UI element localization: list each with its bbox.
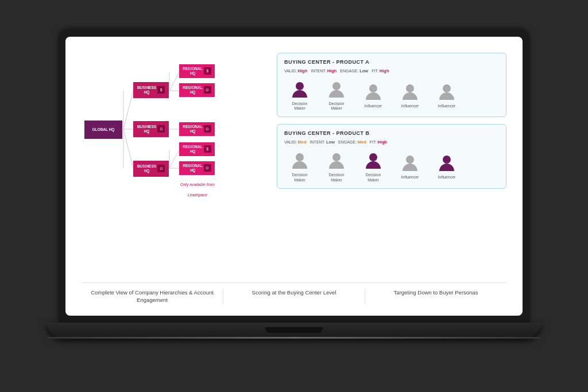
laptop-lid: GLOBAL HQ BUSINESSHQ $ BUSINESSHQ ⊙ (59, 30, 529, 323)
persona-4-icon (400, 81, 420, 102)
bc-a-fit-badge: FIT: High (372, 68, 389, 73)
svg-point-14 (406, 84, 414, 92)
regional-1-node: REGIONALHQ $ (179, 64, 215, 78)
bc-b-persona-4: Influencer (394, 153, 425, 180)
bc-b-persona-5-icon (436, 153, 457, 173)
reg3-target-icon: ⊙ (204, 125, 211, 133)
buying-center-a-panel: BUYING CENTER - PRODUCT A VALID: High IN… (277, 53, 506, 118)
screen-content: GLOBAL HQ BUSINESSHQ $ BUSINESSHQ ⊙ (65, 37, 523, 316)
caption-1: Complete View of Company Hierarchies & A… (82, 289, 223, 304)
bc-a-intent-badge: INTENT: High (311, 68, 336, 73)
hierarchy-diagram: GLOBAL HQ BUSINESSHQ $ BUSINESSHQ ⊙ (84, 56, 262, 203)
regional-4-node: REGIONALHQ $ (179, 142, 215, 156)
reg5-target-icon: ⊙ (204, 164, 211, 172)
svg-line-3 (169, 72, 179, 91)
bc-b-persona-1: DecisionMaker (284, 150, 315, 183)
svg-point-15 (443, 84, 451, 92)
bc-a-persona-2: DecisionMaker (321, 79, 352, 111)
bc-a-persona-1: DecisionMaker (284, 79, 315, 111)
reg4-dollar-icon: $ (204, 145, 211, 153)
laptop-screen: GLOBAL HQ BUSINESSHQ $ BUSINESSHQ ⊙ (65, 37, 523, 316)
bc-b-badges: VALID: Med INTENT: Low ENGAGE: Med FIT: … (284, 139, 499, 145)
svg-point-20 (443, 156, 451, 164)
biz2-target-icon: ⊙ (157, 125, 165, 133)
bc-b-title: BUYING CENTER - PRODUCT B (284, 130, 499, 136)
svg-point-17 (332, 153, 341, 161)
svg-point-11 (296, 82, 304, 90)
persona-3-icon (363, 81, 384, 102)
bc-a-persona-3: Influencer (358, 81, 389, 108)
svg-point-19 (406, 156, 414, 164)
svg-point-18 (369, 153, 377, 161)
global-hq-node: GLOBAL HQ (84, 121, 122, 139)
bc-b-personas: DecisionMaker DecisionMaker (284, 150, 499, 183)
bc-b-persona-4-icon (400, 153, 420, 173)
bc-b-persona-2: DecisionMaker (321, 150, 352, 183)
bc-b-engage-badge: ENGAGE: Med (338, 139, 366, 145)
bc-b-valid-badge: VALID: Med (284, 139, 307, 145)
laptop-base-shine (47, 337, 541, 339)
bc-a-badges: VALID: High INTENT: High ENGAGE: Low FIT… (284, 68, 499, 73)
bc-a-persona-5: Influencer (431, 81, 462, 108)
caption-2: Scoring at the Buying Center Level (223, 289, 365, 304)
biz1-dollar-icon: $ (157, 86, 165, 94)
regional-5-node: REGIONALHQ ⊙ (179, 161, 215, 175)
reg1-dollar-icon: $ (204, 67, 211, 75)
biz-hq-3-node: BUSINESSHQ ⊙ (133, 161, 169, 177)
reg2-target-icon: ⊙ (204, 86, 211, 94)
persona-5-icon (436, 81, 457, 102)
regional-2-node: REGIONALHQ ⊙ (179, 83, 215, 97)
bc-b-persona-3: DecisionMaker (358, 150, 389, 183)
hierarchy-section: GLOBAL HQ BUSINESSHQ $ BUSINESSHQ ⊙ (82, 51, 265, 203)
laptop-base (47, 323, 541, 339)
persona-2-icon (326, 79, 347, 100)
bc-a-engage-badge: ENGAGE: Low (340, 68, 368, 73)
bc-a-title: BUYING CENTER - PRODUCT A (284, 59, 499, 65)
regional-3-node: REGIONALHQ ⊙ (179, 122, 215, 136)
bc-b-intent-badge: INTENT: Low (310, 139, 335, 145)
bc-b-persona-3-icon (363, 150, 384, 171)
svg-line-0 (123, 91, 133, 129)
biz-hq-2-node: BUSINESSHQ ⊙ (133, 121, 169, 137)
caption-3: Targeting Down to Buyer Personas (365, 289, 506, 304)
buying-center-b-panel: BUYING CENTER - PRODUCT B VALID: Med INT… (277, 124, 506, 189)
biz-hq-1-node: BUSINESSHQ $ (133, 82, 169, 98)
bc-a-valid-badge: VALID: High (284, 68, 307, 73)
biz3-target-icon: ⊙ (157, 165, 165, 172)
bc-b-fit-badge: FIT: High (370, 139, 387, 145)
svg-line-2 (123, 129, 133, 168)
only-label: Only available from Leadspace (173, 178, 222, 199)
caption-row: Complete View of Company Hierarchies & A… (82, 282, 506, 304)
persona-1-icon (289, 79, 310, 100)
svg-point-13 (369, 84, 377, 92)
buying-centers: BUYING CENTER - PRODUCT A VALID: High IN… (277, 51, 506, 189)
svg-point-12 (332, 82, 341, 90)
svg-point-16 (296, 153, 304, 161)
bc-a-personas: DecisionMaker DecisionMaker (284, 79, 499, 111)
bc-a-persona-4: Influencer (394, 81, 425, 108)
bc-b-persona-1-icon (289, 150, 310, 171)
bc-b-persona-5: Influencer (431, 153, 462, 180)
laptop: GLOBAL HQ BUSINESSHQ $ BUSINESSHQ ⊙ (47, 30, 541, 363)
main-area: GLOBAL HQ BUSINESSHQ $ BUSINESSHQ ⊙ (82, 51, 506, 274)
svg-line-6 (169, 150, 179, 168)
bc-b-persona-2-icon (326, 150, 347, 171)
